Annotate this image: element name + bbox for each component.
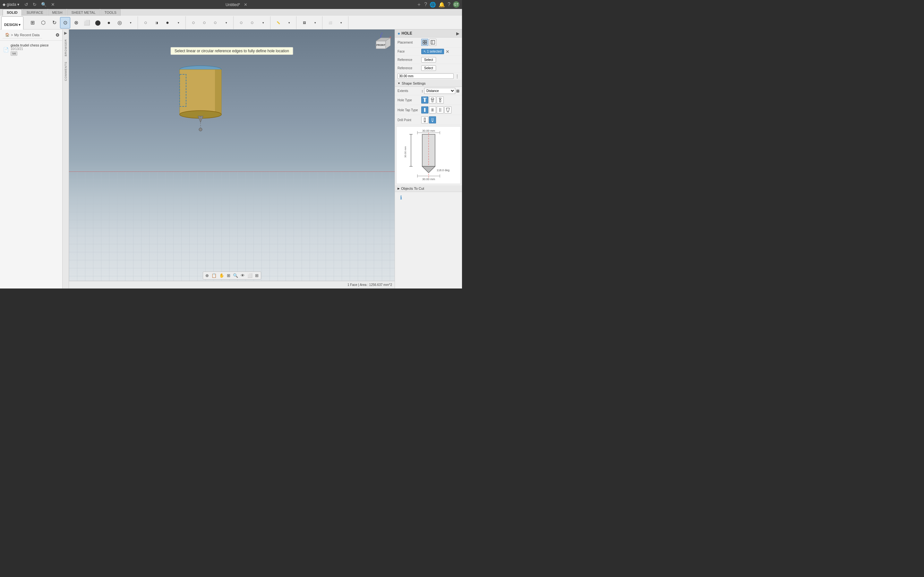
new-component-button[interactable]: ⊞	[27, 17, 37, 29]
bottom-btn-pan[interactable]: ✋	[218, 272, 225, 279]
design-label: DESIGN ▾	[4, 23, 21, 27]
search-button[interactable]: 🔍	[40, 2, 48, 7]
thread-icon: ⊗	[74, 20, 78, 25]
bottom-btn-zoom[interactable]: 🔍	[232, 272, 239, 279]
add-button[interactable]: ＋	[417, 1, 422, 8]
assemble-btn1[interactable]: ⬡	[188, 17, 199, 29]
question-icon[interactable]: ?	[447, 2, 451, 7]
bottom-btn-orbit[interactable]: ⊕	[204, 272, 210, 279]
version-badge: V4	[11, 51, 17, 56]
assemble-btn2[interactable]: ⬡	[199, 17, 210, 29]
info-button[interactable]: ℹ	[397, 193, 405, 202]
panel-expand-button[interactable]: ▶	[456, 31, 459, 36]
tap-type-btn1[interactable]	[421, 106, 428, 113]
hole-type-countersink[interactable]	[437, 97, 444, 103]
drill-point-angled[interactable]	[429, 116, 436, 123]
expand-arrow[interactable]: ▶	[64, 29, 67, 37]
select-dropdown[interactable]: ▾	[336, 17, 346, 29]
undo-button[interactable]: ↺	[23, 2, 29, 7]
tab-mesh[interactable]: MESH	[48, 9, 67, 16]
extents-select[interactable]: Distance	[424, 88, 455, 94]
placement-btn-sketch[interactable]	[429, 39, 436, 46]
tab-sheet-metal[interactable]: SHEET METAL	[67, 9, 99, 16]
box-button[interactable]: ⬜	[82, 17, 92, 29]
assemble-dropdown[interactable]: ▾	[221, 17, 231, 29]
new-component-icon: ⊞	[31, 20, 35, 25]
drill-point-flat[interactable]	[421, 116, 428, 123]
inspect-dropdown[interactable]: ▾	[284, 17, 294, 29]
construct-btn2[interactable]: ⬡	[247, 17, 257, 29]
tab-tools[interactable]: TOOLS	[100, 9, 121, 16]
face-clear-button[interactable]: ✕	[446, 49, 449, 54]
bottom-btn-display[interactable]: 👁	[240, 272, 246, 279]
view-cube[interactable]: FRONT Z X	[370, 32, 392, 55]
bottom-btn-clipboard[interactable]: 📋	[210, 272, 218, 279]
modify-dropdown[interactable]: ▾	[173, 17, 184, 29]
hole-countersink-icon	[438, 98, 443, 102]
app-icon: ◆	[3, 2, 5, 7]
face-selected-button[interactable]: ↖ 1 selected	[421, 49, 444, 54]
hole-type-counterbore[interactable]	[429, 97, 436, 103]
chess-piece-object[interactable]	[175, 61, 226, 133]
globe-icon[interactable]: 🌐	[430, 2, 436, 8]
hole-type-simple[interactable]	[421, 97, 428, 103]
dimension-input[interactable]	[397, 73, 454, 79]
thread-button[interactable]: ⊗	[71, 17, 81, 29]
insert-dropdown[interactable]: ▾	[310, 17, 320, 29]
assemble-btn3[interactable]: ⬡	[210, 17, 220, 29]
revolve-button[interactable]: ↻	[49, 17, 59, 29]
close-button[interactable]: ✕	[50, 2, 56, 7]
extents-options-button[interactable]: ⊞	[456, 89, 459, 93]
browser-tab[interactable]: BROWSER	[63, 37, 68, 59]
redo-button[interactable]: ↻	[31, 2, 38, 7]
select-btn1[interactable]: ⬜	[325, 17, 335, 29]
tap-type-btn4[interactable]	[444, 106, 451, 113]
objects-to-cut-header[interactable]: ▶ Objects To Cut	[395, 185, 462, 192]
title-close-button[interactable]: ✕	[244, 2, 247, 7]
hole-type-buttons	[421, 97, 444, 103]
svg-text:30.00 mm: 30.00 mm	[422, 129, 435, 132]
tab-solid[interactable]: SOLID	[3, 9, 22, 16]
reference2-select-button[interactable]: Select	[421, 65, 436, 71]
user-avatar[interactable]: GT	[453, 1, 459, 8]
bottom-btn-zoom-fit[interactable]: ⊞	[226, 272, 231, 279]
modify-btn1[interactable]: ⬡	[141, 17, 151, 29]
cylinder-button[interactable]: ⬤	[93, 17, 103, 29]
inspect-btn1[interactable]: 📏	[273, 17, 283, 29]
construct-btn1[interactable]: ⬡	[236, 17, 246, 29]
sphere-icon: ●	[107, 20, 110, 25]
bell-icon[interactable]: 🔔	[439, 2, 445, 8]
tap-type-btn3[interactable]	[437, 106, 444, 113]
hole-button[interactable]: ⊙	[60, 17, 70, 29]
comments-tab[interactable]: COMMENTS	[63, 59, 68, 84]
sphere-button[interactable]: ●	[103, 17, 114, 29]
insert-btn1[interactable]: 🖼	[299, 17, 309, 29]
dimension-options-button[interactable]: ⋮	[455, 74, 459, 79]
tab-surface[interactable]: SURFACE	[23, 9, 47, 16]
gear-button[interactable]: ⚙	[55, 32, 60, 37]
home-icon[interactable]: 🏠	[5, 33, 10, 37]
bottom-btn-grid[interactable]: ⬜	[246, 272, 254, 279]
modify-icon2: ◨	[155, 21, 158, 24]
shape-settings-header[interactable]: ▼ Shape Settings	[395, 80, 462, 87]
reference1-select-button[interactable]: Select	[421, 57, 436, 63]
titlebar-right: ＋ ? 🌐 🔔 ? GT	[417, 1, 459, 8]
tap-icon2	[430, 108, 435, 112]
dropdown-create-button[interactable]: ▾	[126, 17, 136, 29]
torus-button[interactable]: ◎	[115, 17, 125, 29]
modify-btn2[interactable]: ◨	[152, 17, 162, 29]
extrude-button[interactable]: ⬡	[38, 17, 48, 29]
construct-dropdown[interactable]: ▾	[258, 17, 268, 29]
bottom-btn-snap[interactable]: ⊞	[254, 272, 260, 279]
drill-flat-icon	[423, 118, 427, 122]
bottom-toolbar: ⊕ 📋 ✋ ⊞ 🔍 👁 ⬜ ⊞	[203, 271, 261, 279]
placement-btn-grid[interactable]	[421, 39, 428, 46]
tap-type-btn2[interactable]	[429, 106, 436, 113]
help-button[interactable]: ?	[424, 2, 427, 7]
modify-btn3[interactable]: ⬢	[162, 17, 173, 29]
app-dropdown-icon[interactable]: ▾	[17, 2, 19, 7]
svg-rect-39	[424, 118, 425, 122]
svg-text:118.0 deg: 118.0 deg	[437, 169, 449, 172]
sidebar-item-chess[interactable]: 📄 giada trudel chess piece 10/13/21 V4	[0, 41, 62, 58]
hole-tap-type-buttons	[421, 106, 451, 113]
